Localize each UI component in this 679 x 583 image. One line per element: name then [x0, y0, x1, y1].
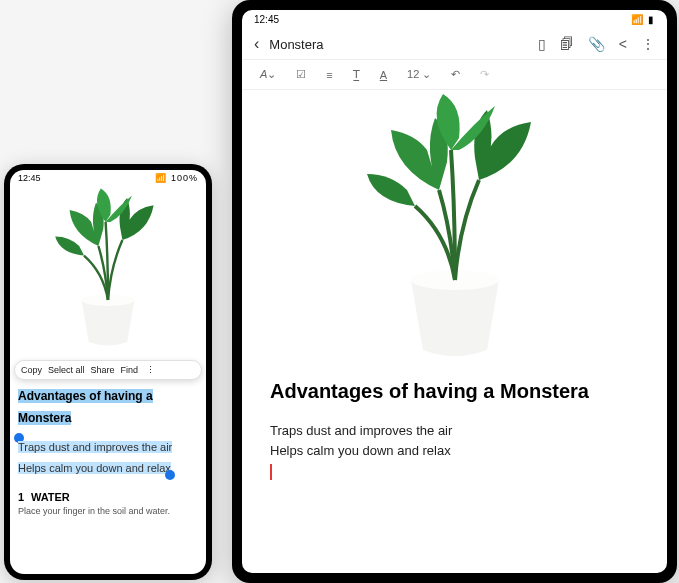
note-title[interactable]: Monstera: [269, 37, 527, 52]
share-icon[interactable]: <: [619, 36, 627, 52]
save-icon[interactable]: 🗐: [560, 36, 574, 52]
tablet-status-icons: 📶 ▮: [631, 14, 655, 25]
section-body: Place your finger in the soil and water.: [18, 506, 198, 516]
phone-device: 12:45 📶 100% Copy Select all Share Find …: [4, 164, 212, 580]
checklist-icon[interactable]: ☑: [296, 68, 306, 81]
tablet-screen: 12:45 📶 ▮ ‹ Monstera ▯ 🗐 📎 < ⋮ A⌄ ☑ ≡ T̲…: [242, 10, 667, 573]
phone-status-icons: 📶 100%: [155, 173, 198, 183]
phone-plant-image: [10, 186, 206, 360]
tablet-clock: 12:45: [254, 14, 279, 25]
text-cursor: [270, 464, 272, 480]
tablet-body-line-2[interactable]: Helps calm you down and relax: [270, 441, 639, 461]
phone-note-heading[interactable]: Advantages of having a Monstera: [18, 389, 153, 425]
text-color-icon[interactable]: A: [380, 69, 387, 81]
more-icon[interactable]: ⋮: [641, 36, 655, 52]
tablet-title-bar: ‹ Monstera ▯ 🗐 📎 < ⋮: [242, 29, 667, 60]
context-find[interactable]: Find: [121, 365, 139, 375]
phone-clock: 12:45: [18, 173, 41, 183]
tablet-actions: ▯ 🗐 📎 < ⋮: [538, 36, 655, 52]
align-icon[interactable]: ≡: [326, 69, 332, 81]
context-more-icon[interactable]: ⋮: [144, 366, 157, 375]
phone-section-water: 1 WATER Place your finger in the soil an…: [18, 491, 198, 516]
context-select-all[interactable]: Select all: [48, 365, 85, 375]
tablet-body-line-1[interactable]: Traps dust and improves the air: [270, 421, 639, 441]
selection-end-handle[interactable]: [165, 470, 175, 480]
tablet-status-bar: 12:45 📶 ▮: [242, 10, 667, 29]
phone-screen: 12:45 📶 100% Copy Select all Share Find …: [10, 170, 206, 574]
phone-selected-line-1[interactable]: Traps dust and improves the air: [18, 441, 172, 453]
phone-status-bar: 12:45 📶 100%: [10, 170, 206, 186]
text-context-menu: Copy Select all Share Find ⋮: [14, 360, 202, 380]
tablet-note-heading[interactable]: Advantages of having a Monstera: [270, 380, 639, 403]
font-style-icon[interactable]: A⌄: [260, 68, 276, 81]
tablet-device: 12:45 📶 ▮ ‹ Monstera ▯ 🗐 📎 < ⋮ A⌄ ☑ ≡ T̲…: [232, 0, 677, 583]
section-title: WATER: [31, 491, 70, 503]
tablet-plant-image[interactable]: [242, 90, 667, 380]
attach-icon[interactable]: 📎: [588, 36, 605, 52]
context-copy[interactable]: Copy: [21, 365, 42, 375]
redo-icon[interactable]: ↷: [480, 68, 489, 81]
phone-selected-line-2[interactable]: Helps calm you down and relax: [18, 462, 171, 474]
back-icon[interactable]: ‹: [254, 35, 259, 53]
reading-mode-icon[interactable]: ▯: [538, 36, 546, 52]
section-number: 1: [18, 491, 24, 503]
text-style-icon[interactable]: T̲: [353, 68, 360, 81]
phone-note-body: Advantages of having a Monstera Traps du…: [10, 386, 206, 574]
tablet-note-body[interactable]: Advantages of having a Monstera Traps du…: [242, 380, 667, 480]
tablet-format-toolbar: A⌄ ☑ ≡ T̲ A 12 ⌄ ↶ ↷: [242, 60, 667, 90]
undo-icon[interactable]: ↶: [451, 68, 460, 81]
context-share[interactable]: Share: [91, 365, 115, 375]
font-size-control[interactable]: 12 ⌄: [407, 68, 431, 81]
